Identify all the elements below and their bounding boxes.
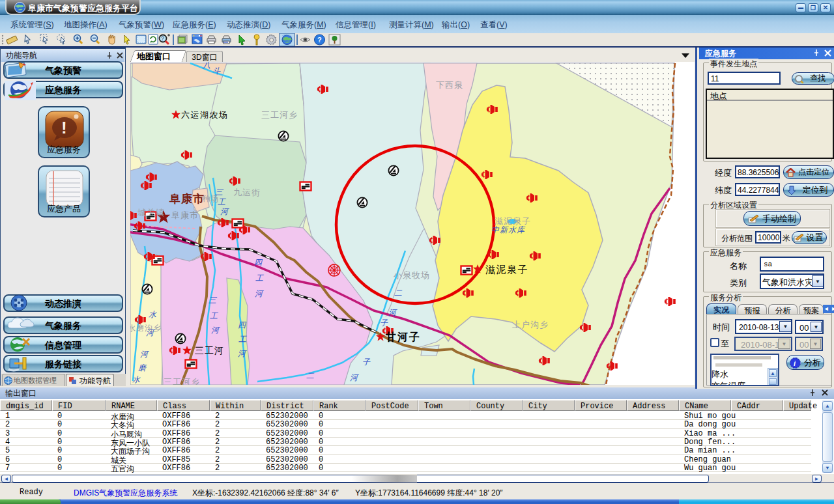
svg-text:工: 工 [210,311,218,320]
svg-text:二: 二 [306,371,315,380]
svg-text:子: 子 [362,357,371,367]
svg-text:子: 子 [380,318,388,328]
svg-text:磨: 磨 [138,363,147,372]
svg-text:河: 河 [140,350,149,359]
svg-text:?: ? [161,35,164,42]
svg-text:三工河: 三工河 [195,345,224,356]
svg-text:滋泥泉子: 滋泥泉子 [485,264,528,275]
svg-text:河: 河 [388,308,397,317]
svg-text:城关镇: 城关镇 [137,208,165,217]
svg-text:!: ! [61,118,67,137]
svg-text:阜康市: 阜康市 [171,210,199,220]
svg-text:工: 工 [238,335,247,344]
svg-text:三: 三 [215,188,224,197]
svg-text:河: 河 [146,328,155,337]
svg-text:中新水库: 中新水库 [491,225,526,234]
svg-text:工: 工 [218,197,226,206]
svg-text:九运街: 九运街 [233,188,261,197]
svg-text:四: 四 [254,258,263,267]
svg-text:八: 八 [202,62,210,70]
svg-text:工: 工 [255,273,264,283]
svg-text:河: 河 [220,207,229,216]
svg-text:三工河乡: 三工河乡 [164,377,200,385]
svg-text:河: 河 [211,326,220,335]
svg-text:河: 河 [350,373,359,382]
svg-text:甘河子: 甘河子 [385,331,421,343]
svg-text:阜康市: 阜康市 [169,192,205,205]
svg-text:三: 三 [208,296,218,305]
svg-text:水: 水 [149,310,157,319]
svg-text:四: 四 [238,320,247,329]
svg-text:二: 二 [394,288,403,298]
svg-text:斗: 斗 [212,66,221,76]
svg-text:下西泉: 下西泉 [436,80,463,90]
svg-text:水: 水 [132,375,141,384]
svg-text:小泉牧场: 小泉牧场 [393,270,430,280]
svg-text:河: 河 [238,349,247,358]
svg-text:三工河乡: 三工河乡 [261,110,298,120]
svg-text:上户沟乡: 上户沟乡 [512,320,549,329]
svg-text:河: 河 [255,289,264,298]
svg-text:?: ? [317,36,322,44]
svg-text:滋泥泉子: 滋泥泉子 [495,216,531,226]
svg-text:六运湖农场: 六运湖农场 [181,110,229,120]
